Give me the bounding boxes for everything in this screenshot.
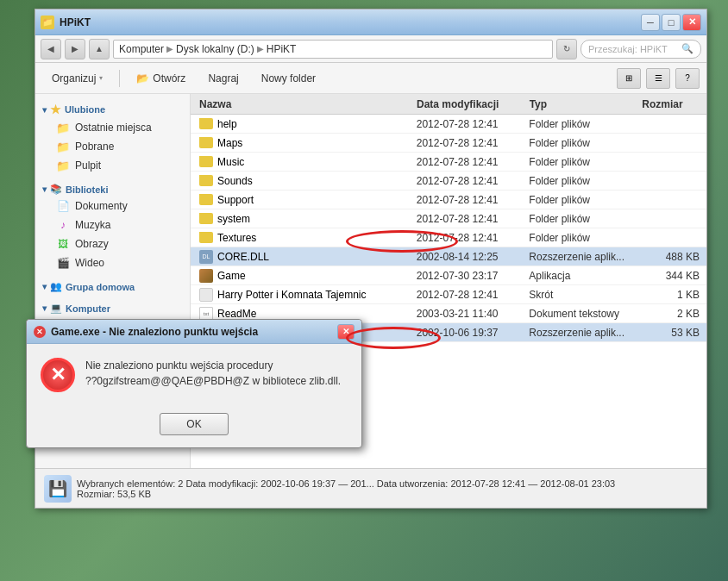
favorites-header[interactable]: ★ Ulubione <box>35 101 190 118</box>
folder-icon <box>199 156 213 167</box>
view-options-button[interactable]: ⊞ <box>617 68 641 89</box>
crumb-komputer: Komputer <box>119 43 164 55</box>
file-name-cell: help <box>191 118 417 130</box>
status-text: Wybranych elementów: 2 Data modyfikacji:… <box>77 478 615 499</box>
computer-header[interactable]: 💻 Komputer <box>35 301 190 315</box>
record-button[interactable]: Nagraj <box>198 66 248 91</box>
up-button[interactable]: ▲ <box>89 39 110 59</box>
table-row[interactable]: Music 2012-07-28 12:41 Folder plików <box>191 153 706 172</box>
title-bar-buttons: ─ □ ✕ <box>641 14 701 31</box>
error-dialog: ✕ Game.exe - Nie znaleziono punktu wejśc… <box>26 319 362 448</box>
folder-icon <box>199 232 213 243</box>
search-placeholder: Przeszukaj: HPiKT <box>588 44 668 54</box>
libraries-header[interactable]: 📚 Biblioteki <box>35 182 190 197</box>
folder-icon: 📁 <box>56 121 70 134</box>
col-header-size[interactable]: Rozmiar <box>642 98 706 110</box>
title-bar: 📁 HPiKT ─ □ ✕ <box>35 9 706 35</box>
dialog-close-button[interactable]: ✕ <box>337 324 355 340</box>
organize-button[interactable]: Organizuj ▾ <box>42 66 112 91</box>
address-bar: ◀ ▶ ▲ Komputer ▶ Dysk lokalny (D:) ▶ HPi… <box>35 35 706 63</box>
search-box[interactable]: Przeszukaj: HPiKT 🔍 <box>581 40 701 59</box>
organize-dropdown-arrow: ▾ <box>99 74 103 82</box>
file-name-cell: system <box>191 213 417 225</box>
file-list-header: Nazwa Data modyfikacji Typ Rozmiar <box>191 94 706 115</box>
new-folder-button[interactable]: Nowy folder <box>252 66 325 91</box>
sidebar-item-desktop[interactable]: 📁 Pulpit <box>35 156 190 175</box>
file-name-cell: Support <box>191 194 417 206</box>
music-icon: ♪ <box>56 218 70 232</box>
video-icon: 🎬 <box>56 256 70 270</box>
view-toggle-button[interactable]: ☰ <box>646 68 670 89</box>
file-name-cell: Music <box>191 156 417 168</box>
libraries-icon: 📚 <box>50 184 62 195</box>
computer-section: 💻 Komputer <box>35 301 190 315</box>
star-icon: ★ <box>50 103 61 116</box>
file-name-game: Game <box>191 269 417 283</box>
file-name-cell: Maps <box>191 137 417 149</box>
folder-icon <box>199 118 213 129</box>
toolbar-separator <box>119 70 120 87</box>
search-icon: 🔍 <box>681 43 693 54</box>
close-button[interactable]: ✕ <box>682 14 701 31</box>
col-header-type[interactable]: Typ <box>530 98 643 110</box>
file-name-sounds: Sounds <box>191 175 417 187</box>
computer-icon: 💻 <box>50 303 62 314</box>
dll-icon: DL <box>199 250 213 264</box>
dialog-footer: OK <box>27 406 361 447</box>
favorites-section: ★ Ulubione 📁 Ostatnie miejsca 📁 Pobrane … <box>35 101 190 175</box>
shortcut-icon <box>199 288 213 302</box>
toolbar: Organizuj ▾ 📂 Otwórz Nagraj Nowy folder … <box>35 63 706 94</box>
sidebar-item-downloads[interactable]: 📁 Pobrane <box>35 137 190 156</box>
sidebar-item-recent[interactable]: 📁 Ostatnie miejsca <box>35 118 190 137</box>
dialog-error-icon: ✕ <box>41 358 75 392</box>
address-path[interactable]: Komputer ▶ Dysk lokalny (D:) ▶ HPiKT <box>113 40 553 59</box>
sidebar-item-music[interactable]: ♪ Muzyka <box>35 216 190 234</box>
table-row[interactable]: Game 2012-07-30 23:17 Aplikacja 344 KB <box>191 266 706 285</box>
folder-icon <box>199 194 213 205</box>
help-button[interactable]: ? <box>675 68 700 89</box>
dialog-title-bar: ✕ Game.exe - Nie znaleziono punktu wejśc… <box>27 320 361 344</box>
app-icon <box>199 269 213 283</box>
folder-icon <box>199 137 213 148</box>
table-row[interactable]: Maps 2012-07-28 12:41 Folder plików <box>191 134 706 153</box>
table-row[interactable]: Support 2012-07-28 12:41 Folder plików <box>191 191 706 209</box>
folder-icon: 📁 <box>56 140 70 153</box>
table-row[interactable]: DLCORE.DLL 2002-08-14 12:25 Rozszerzenie… <box>191 247 706 266</box>
table-row[interactable]: Sounds 2012-07-28 12:41 Folder plików <box>191 172 706 191</box>
dialog-body: ✕ Nie znaleziono punktu wejścia procedur… <box>27 344 361 406</box>
refresh-button[interactable]: ↻ <box>556 39 577 59</box>
dialog-message: Nie znaleziono punktu wejścia procedury … <box>85 358 341 389</box>
table-row[interactable]: system 2012-07-28 12:41 Folder plików <box>191 209 706 228</box>
forward-button[interactable]: ▶ <box>65 39 85 59</box>
window-title: HPiKT <box>60 16 641 28</box>
crumb-dysk: Dysk lokalny (D:) <box>176 43 254 55</box>
images-icon: 🖼 <box>56 237 70 251</box>
col-header-date[interactable]: Data modyfikacji <box>417 98 530 110</box>
file-name-cell: Textures <box>191 232 417 244</box>
status-bar: 💾 Wybranych elementów: 2 Data modyfikacj… <box>35 468 706 508</box>
folder-icon <box>199 175 213 186</box>
dialog-error-title-icon: ✕ <box>34 326 46 338</box>
libraries-section: 📚 Biblioteki 📄 Dokumenty ♪ Muzyka 🖼 Obra… <box>35 182 190 272</box>
open-button[interactable]: 📂 Otwórz <box>127 66 195 91</box>
sidebar-item-video[interactable]: 🎬 Wideo <box>35 253 190 272</box>
window-icon: 📁 <box>41 16 54 29</box>
sidebar-item-documents[interactable]: 📄 Dokumenty <box>35 197 190 216</box>
ok-button[interactable]: OK <box>160 413 229 435</box>
crumb-hpikt: HPiKT <box>267 43 297 55</box>
open-icon: 📂 <box>136 72 149 84</box>
back-button[interactable]: ◀ <box>41 39 61 59</box>
file-name-hp: Harry Potter i Komnata Tajemnic <box>191 288 417 302</box>
table-row[interactable]: help 2012-07-28 12:41 Folder plików <box>191 115 706 134</box>
dialog-title-text: Game.exe - Nie znaleziono punktu wejścia <box>51 326 337 338</box>
folder-icon <box>199 213 213 224</box>
file-name-coredll: DLCORE.DLL <box>191 250 417 264</box>
sidebar-item-images[interactable]: 🖼 Obrazy <box>35 234 190 253</box>
table-row[interactable]: Harry Potter i Komnata Tajemnic 2012-07-… <box>191 285 706 304</box>
maximize-button[interactable]: □ <box>662 14 681 31</box>
folder-icon: 📁 <box>56 159 70 172</box>
col-header-name[interactable]: Nazwa <box>191 98 417 110</box>
minimize-button[interactable]: ─ <box>641 14 660 31</box>
homegroup-header[interactable]: 👥 Grupa domowa <box>35 279 190 294</box>
table-row[interactable]: Textures 2012-07-28 12:41 Folder plików <box>191 228 706 247</box>
